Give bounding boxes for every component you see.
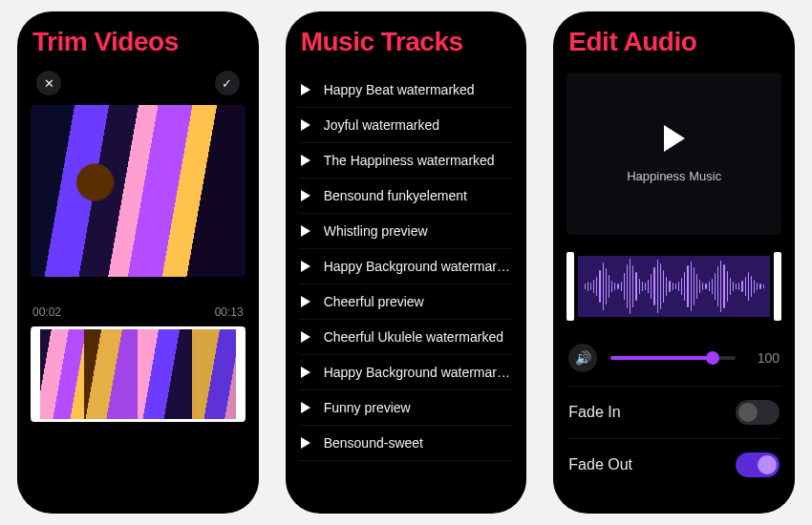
track-title: Happy Background watermarked [324,365,512,380]
track-row[interactable]: Whistling preview [299,214,514,249]
track-title: Bensound funkyelement [324,188,467,203]
screen-trim-videos: Trim Videos ✕ ✓ 00:02 00:13 [17,11,259,514]
play-icon [301,155,310,166]
track-title: The Happiness watermarked [324,153,495,168]
play-icon [301,119,310,131]
time-start: 00:02 [32,305,61,319]
screen-music-tracks: Music Tracks Happy Beat watermarkedJoyfu… [286,11,527,514]
fade-in-toggle[interactable] [736,400,780,425]
volume-button[interactable]: 🔊 [568,344,597,372]
track-title: Cheerful Ukulele watermarked [324,329,503,345]
screen-title: Music Tracks [301,27,514,57]
track-row[interactable]: Cheerful Ukulele watermarked [299,320,514,355]
waveform-trimmer[interactable] [566,252,781,321]
track-row[interactable]: Bensound funkyelement [299,178,514,214]
filmstrip-thumb [192,329,246,419]
track-title: Joyful watermarked [324,117,439,133]
track-title: Happy Background watermarked [324,259,512,274]
trim-handle-left[interactable] [566,252,574,321]
track-row[interactable]: The Happiness watermarked [299,143,514,178]
play-icon [664,125,685,152]
track-row[interactable]: Happy Background watermarked [299,355,514,390]
play-icon [301,402,310,413]
track-row[interactable]: Happy Beat watermarked [299,73,514,108]
fade-out-label: Fade Out [568,456,632,473]
track-title: Funny preview [324,400,411,415]
track-title: Whistling preview [324,223,428,239]
play-icon [301,84,310,95]
track-row[interactable]: Bensound-sweet [299,426,514,461]
play-icon [301,296,310,307]
fade-in-row: Fade In [566,386,781,438]
trim-action-bar: ✕ ✓ [31,69,246,105]
volume-slider[interactable] [610,356,736,360]
track-list: Happy Beat watermarkedJoyful watermarked… [299,73,514,461]
track-title: Bensound-sweet [324,435,423,451]
play-icon [301,261,310,272]
time-end: 00:13 [215,305,244,319]
trim-filmstrip[interactable] [31,326,246,422]
screen-edit-audio: Edit Audio Happiness Music 🔊 100 Fade In [553,11,795,514]
timecodes: 00:02 00:13 [31,277,246,326]
volume-value: 100 [749,350,780,366]
confirm-button[interactable]: ✓ [215,71,240,95]
play-icon [301,225,310,237]
screen-title: Edit Audio [568,27,781,57]
fade-out-row: Fade Out [566,438,781,491]
filmstrip-thumb [138,329,191,419]
track-title: Cheerful preview [324,294,424,309]
check-icon: ✓ [222,76,232,91]
trim-handle-right[interactable] [774,252,781,321]
play-icon [301,190,310,201]
audio-preview[interactable]: Happiness Music [566,73,781,235]
app-store-screens: Trim Videos ✕ ✓ 00:02 00:13 Music Tracks… [0,0,812,525]
screen-title: Trim Videos [32,27,246,57]
filmstrip-thumb [31,329,84,419]
track-row[interactable]: Happy Background watermarked [299,249,514,284]
play-icon [301,331,310,343]
track-title: Happy Beat watermarked [324,82,475,97]
close-icon: ✕ [44,76,54,91]
volume-fill [610,356,713,360]
speaker-icon: 🔊 [575,350,591,366]
video-preview[interactable] [31,105,246,277]
track-row[interactable]: Joyful watermarked [299,108,514,143]
close-button[interactable]: ✕ [36,71,61,95]
track-row[interactable]: Cheerful preview [299,284,514,320]
volume-knob[interactable] [706,351,719,365]
fade-out-toggle[interactable] [736,452,780,477]
fade-in-label: Fade In [568,404,620,421]
volume-row: 🔊 100 [566,344,781,372]
play-icon [301,437,310,449]
audio-clip-name: Happiness Music [627,169,721,183]
filmstrip-thumb [84,329,138,419]
track-row[interactable]: Funny preview [299,390,514,426]
waveform [578,256,770,317]
play-icon [301,367,310,378]
